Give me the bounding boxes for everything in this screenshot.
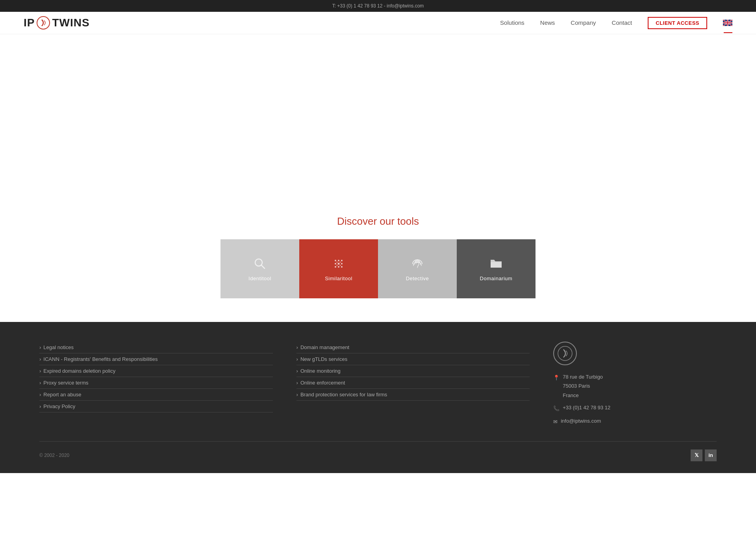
domainarium-label: Domainarium <box>480 276 513 281</box>
nav-solutions[interactable]: Solutions <box>500 19 524 26</box>
tool-card-similaritool[interactable]: Similaritool <box>299 239 378 298</box>
folder-icon <box>489 257 503 271</box>
logo-text-left: IP <box>24 17 35 29</box>
footer-link-gtlds[interactable]: New gTLDs services <box>296 356 530 362</box>
footer-link-monitoring[interactable]: Online monitoring <box>296 368 530 374</box>
footer-link-legal[interactable]: Legal notices <box>39 344 273 350</box>
footer-phone-number: +33 (0)1 42 78 93 12 <box>563 403 610 412</box>
tool-card-detective[interactable]: Detective <box>378 239 457 298</box>
footer-address-line3: France <box>563 392 578 398</box>
language-selector[interactable] <box>723 20 732 26</box>
nav-news[interactable]: News <box>540 19 555 26</box>
top-separator: - <box>384 3 387 9</box>
svg-line-3 <box>261 265 265 268</box>
main-nav: Solutions News Company Contact CLIENT AC… <box>500 17 732 29</box>
detective-label: Detective <box>406 276 429 281</box>
footer-links-col2: Domain management New gTLDs services Onl… <box>296 342 530 401</box>
svg-point-16 <box>340 264 341 266</box>
footer-col-1: Legal notices ICANN - Registrants' Benef… <box>39 342 273 429</box>
lang-underline <box>724 32 732 33</box>
svg-point-15 <box>337 264 338 266</box>
grid-icon <box>332 257 346 271</box>
footer-link-privacy[interactable]: Privacy Policy <box>39 403 273 409</box>
svg-point-10 <box>335 266 336 268</box>
footer: Legal notices ICANN - Registrants' Benef… <box>0 322 756 473</box>
copyright: © 2002 - 2020 <box>39 453 69 458</box>
tools-grid: Identitool Similaritool <box>24 239 732 298</box>
footer-contact-info: 📍 78 rue de Turbigo 75003 Paris France 📞… <box>553 372 610 429</box>
tool-card-domainarium[interactable]: Domainarium <box>457 239 536 298</box>
discover-tools-section: Discover our tools Identitool <box>0 200 756 322</box>
top-bar: T: +33 (0) 1 42 78 93 12 - info@iptwins.… <box>0 0 756 12</box>
logo-icon <box>36 16 50 30</box>
nav-company[interactable]: Company <box>571 19 596 26</box>
footer-logo-icon <box>557 346 573 361</box>
footer-links-col1: Legal notices ICANN - Registrants' Benef… <box>39 342 273 412</box>
svg-point-8 <box>338 263 340 264</box>
footer-email: ✉ info@iptwins.com <box>553 416 610 426</box>
svg-point-14 <box>340 261 341 263</box>
phone-icon: 📞 <box>553 404 560 413</box>
search-icon <box>253 257 267 271</box>
footer-link-icann[interactable]: ICANN - Registrants' Benefits and Respon… <box>39 356 273 362</box>
similaritool-label: Similaritool <box>325 276 352 281</box>
footer-inner: Legal notices ICANN - Registrants' Benef… <box>39 342 717 441</box>
top-email: info@iptwins.com <box>387 3 424 9</box>
footer-address-line2: 75003 Paris <box>563 383 590 389</box>
svg-point-11 <box>338 266 339 268</box>
footer-logo <box>553 342 577 365</box>
svg-point-4 <box>335 260 336 261</box>
social-icons: 𝕏 in <box>691 449 717 461</box>
footer-link-domain-mgmt[interactable]: Domain management <box>296 344 530 350</box>
footer-bottom: © 2002 - 2020 𝕏 in <box>39 441 717 461</box>
identitool-label: Identitool <box>248 276 271 281</box>
discover-title: Discover our tools <box>24 215 732 227</box>
svg-point-9 <box>341 263 343 264</box>
fingerprint-icon <box>410 257 424 271</box>
logo-link[interactable]: IP TWINS <box>24 16 90 30</box>
footer-link-enforcement[interactable]: Online enforcement <box>296 380 530 386</box>
footer-email-address: info@iptwins.com <box>561 416 601 425</box>
svg-point-5 <box>338 260 339 261</box>
footer-link-expired[interactable]: Expired domains deletion policy <box>39 368 273 374</box>
top-phone: T: +33 (0) 1 42 78 93 12 <box>332 3 383 9</box>
footer-link-brand[interactable]: Brand protection services for law firms <box>296 392 530 398</box>
footer-address-line1: 78 rue de Turbigo <box>563 374 603 380</box>
tool-card-identitool[interactable]: Identitool <box>220 239 299 298</box>
svg-point-7 <box>335 263 336 264</box>
nav-contact[interactable]: Contact <box>612 19 632 26</box>
footer-contact-col: 📍 78 rue de Turbigo 75003 Paris France 📞… <box>553 342 717 429</box>
footer-link-abuse[interactable]: Report an abuse <box>39 392 273 398</box>
svg-point-13 <box>337 261 338 263</box>
svg-point-6 <box>341 260 343 261</box>
footer-link-proxy[interactable]: Proxy service terms <box>39 380 273 386</box>
footer-phone: 📞 +33 (0)1 42 78 93 12 <box>553 403 610 413</box>
svg-point-12 <box>341 266 343 268</box>
header: IP TWINS Solutions News Company Contact … <box>0 12 756 34</box>
client-access-button[interactable]: CLIENT ACCESS <box>648 17 707 29</box>
flag-icon <box>723 20 732 26</box>
hero-area <box>0 34 756 200</box>
location-icon: 📍 <box>553 373 560 382</box>
logo-text-right: TWINS <box>52 17 89 29</box>
email-icon: ✉ <box>553 417 558 426</box>
footer-col-2: Domain management New gTLDs services Onl… <box>296 342 530 429</box>
twitter-icon[interactable]: 𝕏 <box>691 449 702 461</box>
footer-address: 📍 78 rue de Turbigo 75003 Paris France <box>553 372 610 400</box>
linkedin-icon[interactable]: in <box>705 449 717 461</box>
